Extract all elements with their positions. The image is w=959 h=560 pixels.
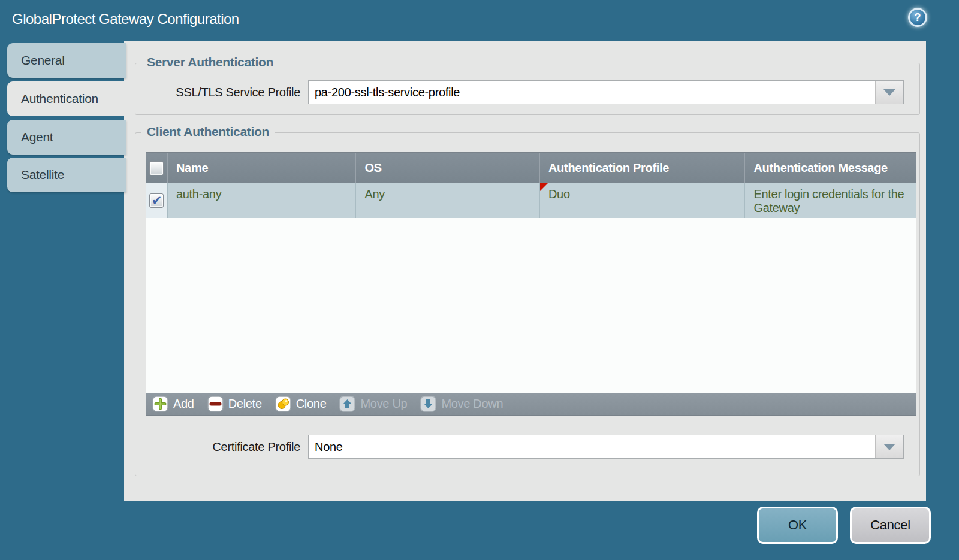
move-up-icon	[339, 396, 355, 412]
client-authentication-table: Name OS Authentication Profile Authentic…	[146, 152, 916, 416]
move-down-icon	[420, 396, 436, 412]
ssl-tls-service-profile-value: pa-200-ssl-tls-service-profile	[309, 86, 875, 99]
table-row[interactable]: ✔ auth-any Any Duo Enter login credentia…	[146, 183, 916, 218]
authentication-panel: Server Authentication SSL/TLS Service Pr…	[124, 41, 926, 501]
globalprotect-gateway-dialog: GlobalProtect Gateway Configuration ? Ge…	[0, 0, 959, 560]
select-all-header-cell	[146, 153, 167, 183]
move-down-button-label: Move Down	[441, 397, 503, 411]
delete-button-label: Delete	[228, 397, 262, 411]
column-header-os[interactable]: OS	[355, 153, 539, 183]
clone-button-label: Clone	[296, 397, 327, 411]
tab-agent[interactable]: Agent	[7, 120, 126, 155]
tab-authentication-label: Authentication	[21, 92, 98, 106]
page-title: GlobalProtect Gateway Configuration	[12, 11, 239, 28]
checkmark-icon: ✔	[152, 193, 162, 208]
chevron-down-icon	[883, 444, 895, 450]
title-bar: GlobalProtect Gateway Configuration ?	[0, 0, 959, 41]
modified-corner-icon	[540, 183, 548, 191]
ssl-tls-dropdown-button[interactable]	[875, 81, 903, 104]
add-button-label: Add	[173, 397, 194, 411]
tab-agent-label: Agent	[21, 130, 53, 144]
tab-general[interactable]: General	[7, 43, 126, 78]
move-down-button[interactable]: Move Down	[420, 396, 503, 412]
client-authentication-section: Client Authentication Name OS Authentica…	[135, 132, 920, 476]
move-up-button[interactable]: Move Up	[339, 396, 407, 412]
table-header-row: Name OS Authentication Profile Authentic…	[146, 153, 916, 183]
delete-icon	[207, 396, 224, 412]
ssl-tls-service-profile-label: SSL/TLS Service Profile	[135, 86, 308, 99]
move-up-button-label: Move Up	[360, 397, 407, 411]
row-cell-authentication-message[interactable]: Enter login credentials for the Gateway	[744, 183, 916, 218]
column-header-name[interactable]: Name	[167, 153, 356, 183]
table-toolbar: Add Delete	[146, 393, 916, 415]
server-authentication-section: Server Authentication SSL/TLS Service Pr…	[135, 63, 920, 115]
certificate-profile-value: None	[309, 440, 875, 454]
ok-button[interactable]: OK	[757, 507, 838, 544]
authentication-profile-value: Duo	[548, 187, 570, 201]
help-icon[interactable]: ?	[908, 8, 927, 27]
tab-satellite-label: Satellite	[21, 168, 64, 182]
clone-button[interactable]: Clone	[275, 396, 327, 412]
chevron-down-icon	[883, 89, 895, 96]
select-all-checkbox[interactable]	[149, 161, 164, 175]
client-authentication-legend: Client Authentication	[141, 125, 275, 139]
row-cell-authentication-profile[interactable]: Duo	[539, 183, 744, 218]
cancel-button[interactable]: Cancel	[850, 507, 931, 544]
add-icon	[152, 396, 168, 412]
server-authentication-legend: Server Authentication	[141, 55, 279, 69]
certificate-profile-dropdown[interactable]: None	[308, 435, 904, 459]
column-header-authentication-profile[interactable]: Authentication Profile	[539, 153, 744, 183]
tab-general-label: General	[21, 53, 65, 68]
row-checkbox[interactable]: ✔	[149, 193, 164, 208]
clone-icon	[275, 396, 291, 412]
help-icon-glyph: ?	[915, 11, 921, 24]
add-button[interactable]: Add	[152, 396, 194, 412]
column-header-authentication-message[interactable]: Authentication Message	[744, 153, 916, 183]
table-empty-area	[146, 218, 916, 393]
certificate-profile-dropdown-button[interactable]	[875, 435, 903, 458]
row-checkbox-cell: ✔	[146, 183, 167, 218]
delete-button[interactable]: Delete	[207, 396, 262, 412]
tab-satellite[interactable]: Satellite	[7, 158, 126, 192]
tab-authentication[interactable]: Authentication	[7, 81, 126, 116]
certificate-profile-label: Certificate Profile	[135, 440, 308, 454]
row-cell-name[interactable]: auth-any	[167, 183, 356, 218]
ssl-tls-service-profile-dropdown[interactable]: pa-200-ssl-tls-service-profile	[308, 80, 904, 104]
row-cell-os[interactable]: Any	[355, 183, 539, 218]
